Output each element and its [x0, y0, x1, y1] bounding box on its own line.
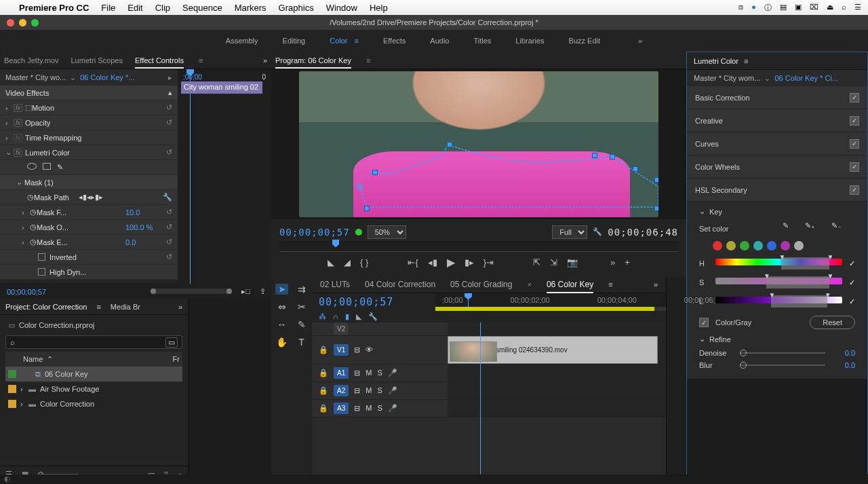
ellipse-mask-icon[interactable] [27, 163, 37, 170]
color-red[interactable] [713, 241, 722, 250]
track-a2[interactable]: 🔒 A2 ⊟ M S 🎤 [312, 382, 666, 400]
reset-icon[interactable]: ↺ [166, 223, 172, 231]
lock-icon[interactable]: 🔒 [319, 404, 328, 413]
menu-markers[interactable]: Markers [235, 3, 267, 13]
track-v2[interactable]: V2 [312, 322, 666, 336]
tab-program[interactable]: Program: 06 Color Key [275, 56, 351, 69]
tab-project[interactable]: Project: Color Correction [5, 303, 87, 311]
checkbox-inverted[interactable] [38, 253, 45, 261]
ec-timeline-area[interactable]: ;00;00 0 City woman smiling 02 [178, 69, 271, 284]
lum-key-header[interactable]: ⌄Key [699, 207, 855, 216]
slider-check[interactable]: ✓ [849, 259, 855, 268]
panel-menu-icon[interactable]: ≡ [744, 57, 748, 65]
ec-zoom-slider[interactable] [151, 288, 232, 294]
toggle-output-icon[interactable]: 👁 [366, 346, 373, 354]
track-target[interactable]: V1 [334, 344, 349, 356]
tab-media-browser[interactable]: Media Br [111, 303, 140, 311]
go-to-out-icon[interactable]: }⇥ [484, 257, 494, 267]
resolution-select[interactable]: Full [552, 225, 587, 239]
tab-05-cg[interactable]: 05 Color Grading [450, 280, 512, 289]
mask-vertex[interactable] [610, 154, 615, 160]
play-icon[interactable]: ▶ [447, 256, 455, 269]
panel-menu-icon[interactable]: ≡ [96, 303, 100, 311]
export-icon[interactable]: ⇪ [254, 287, 271, 296]
program-timecode[interactable]: 00;00;00;57 [279, 227, 350, 238]
color-cyan[interactable] [753, 241, 763, 250]
wrench-icon[interactable]: 🔧 [368, 312, 378, 321]
effect-opacity[interactable]: ›fx Opacity ↺ [0, 115, 178, 130]
sat-slider[interactable]: S ▼▼ ✓ [699, 278, 855, 287]
panel-menu-icon[interactable]: ≡ [366, 56, 370, 64]
workspace-buzzedit[interactable]: Buzz Edit [569, 37, 600, 45]
color-gray-checkbox[interactable]: ✓ [699, 318, 709, 327]
step-fwd-icon[interactable]: ▮▸ [465, 257, 474, 267]
slider-check[interactable]: ✓ [849, 297, 855, 306]
menu-file[interactable]: File [101, 3, 115, 13]
color-green[interactable] [740, 241, 749, 250]
mask-vertex[interactable] [592, 153, 597, 158]
extract-icon[interactable]: ⇲ [550, 257, 557, 267]
wrench-icon[interactable]: 🔧 [593, 227, 602, 236]
timeline-timecode[interactable]: 00;00;00;57 [319, 296, 393, 308]
tab-04-cc[interactable]: 04 Color Correction [365, 280, 435, 289]
sync-lock-icon[interactable]: ⊟ [354, 346, 360, 354]
video-effects-header[interactable]: Video Effects ▴ [0, 86, 178, 100]
reset-button[interactable]: Reset [810, 316, 855, 329]
selection-tool-icon[interactable]: ➤ [275, 284, 288, 295]
lum-basic-correction[interactable]: Basic Correction ✓ [687, 86, 867, 109]
ec-sequence-label[interactable]: 06 Color Key *... [80, 73, 134, 81]
workspace-color[interactable]: Color [330, 37, 347, 45]
mask-vertex[interactable] [447, 142, 452, 147]
wrench-icon[interactable]: 🔧 [163, 193, 172, 202]
rect-mask-icon[interactable] [43, 163, 51, 170]
eyedropper-icon[interactable]: ✎ [783, 221, 789, 230]
panel-menu-icon[interactable]: ≡ [199, 56, 203, 64]
project-item-06-color-key[interactable]: ⧉ 06 Color Key [5, 367, 182, 381]
section-toggle[interactable]: ✓ [850, 139, 859, 149]
stopwatch-icon[interactable]: ◷ [30, 238, 37, 246]
timeline-ruler[interactable]: ;00;00 00;00;02;00 00;00;04;00 00;00;06;… [435, 293, 666, 307]
col-fr[interactable]: Fr [173, 355, 180, 363]
project-columns[interactable]: Name ⌃ Fr [5, 352, 182, 367]
airplay-icon[interactable]: ⌧ [810, 3, 818, 13]
menu-help[interactable]: Help [370, 3, 388, 13]
mask-header[interactable]: ⌄ Mask (1) [0, 175, 178, 190]
workspace-effects[interactable]: Effects [383, 37, 406, 45]
voiceover-icon[interactable]: 🎤 [388, 386, 397, 395]
lum-slider[interactable]: L ▼▼ ✓ [699, 297, 855, 306]
effect-motion[interactable]: ›fx⬚ Motion ↺ [0, 100, 178, 115]
stopwatch-icon[interactable]: ◷ [27, 193, 34, 202]
effect-lumetri-color[interactable]: ⌄fx Lumetri Color ↺ [0, 145, 178, 160]
button-editor-icon[interactable]: » [610, 257, 615, 267]
workspace-assembly[interactable]: Assembly [226, 37, 258, 45]
mask-vertex[interactable] [633, 166, 638, 172]
lum-color-wheels[interactable]: Color Wheels ✓ [687, 155, 867, 179]
workspace-libraries[interactable]: Libraries [515, 37, 544, 45]
eyedropper-sub-icon[interactable]: ✎₋ [831, 221, 842, 230]
type-tool-icon[interactable]: T [295, 337, 308, 348]
effect-time-remapping[interactable]: ›fx Time Remapping [0, 130, 178, 145]
mask-feather-value[interactable]: 10.0 [125, 208, 166, 217]
mask-opacity-row[interactable]: ›◷ Mask O... 100.0 % ↺ [0, 220, 178, 235]
stopwatch-icon[interactable]: ◷ [30, 208, 37, 217]
app-name[interactable]: Premiere Pro CC [19, 3, 89, 13]
tab-06-ck[interactable]: 06 Color Key [547, 280, 593, 293]
track-a1[interactable]: 🔒 A1 ⊟ M S 🎤 [312, 365, 666, 382]
mask-expansion-row[interactable]: ›◷ Mask E... 0.0 ↺ [0, 235, 178, 250]
lock-icon[interactable]: 🔒 [319, 386, 328, 395]
camera-icon[interactable]: ▣ [795, 3, 802, 13]
hue-slider[interactable]: H ▼▼ ✓ [699, 259, 855, 268]
timeline-playhead[interactable] [468, 293, 469, 307]
mask-opacity-value[interactable]: 100.0 % [125, 223, 166, 231]
mark-in-icon[interactable]: ◣ [328, 257, 334, 267]
track-back-icon[interactable]: ◂▮ [79, 193, 87, 202]
section-toggle[interactable]: ✓ [850, 185, 859, 195]
mute-icon[interactable]: M [366, 386, 372, 394]
track-v1[interactable]: 🔒 V1 ⊟ 👁 fx City woman smiling 024634390… [312, 336, 666, 365]
zoom-select[interactable]: 50% [368, 225, 406, 239]
mask-vertex[interactable] [654, 177, 658, 183]
menu-sequence[interactable]: Sequence [182, 3, 222, 13]
reset-icon[interactable]: ↺ [166, 148, 172, 157]
panel-overflow-icon[interactable]: » [263, 56, 267, 64]
filter-icon[interactable]: ▭ [165, 337, 178, 348]
